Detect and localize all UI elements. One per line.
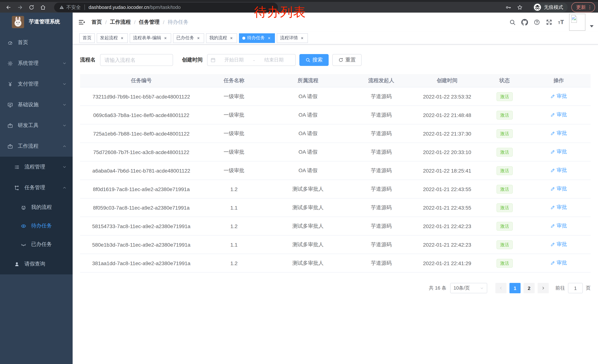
app-logo[interactable]: 芋道管理系统 <box>0 13 73 31</box>
tab-initiate-process[interactable]: 发起流程× <box>97 33 128 43</box>
approve-button[interactable]: 审批 <box>550 130 567 137</box>
tab-my-process[interactable]: 我的流程× <box>206 33 237 43</box>
breadcrumb-item[interactable]: 任务管理 <box>139 19 160 25</box>
status-badge: 激活 <box>497 166 513 175</box>
app-title: 芋道管理系统 <box>29 18 60 25</box>
chevron-down-icon[interactable] <box>590 25 594 27</box>
key-icon[interactable] <box>505 4 512 11</box>
task-name-cell: 一级审批 <box>202 124 265 143</box>
tab-done-tasks[interactable]: 已办任务× <box>173 33 204 43</box>
starter-cell: 芋道源码 <box>351 106 412 124</box>
approve-label: 审批 <box>557 167 567 174</box>
help-icon[interactable] <box>533 19 540 25</box>
sidebar-item-done-tasks[interactable]: 已办任务 <box>0 235 73 254</box>
github-icon[interactable] <box>521 19 528 25</box>
sidebar-item-workflow[interactable]: 工作流程 <box>0 136 73 157</box>
sidebar-item-system-management[interactable]: 系统管理 <box>0 53 73 74</box>
status-badge: 激活 <box>497 129 513 138</box>
status-cell: 激活 <box>482 180 527 198</box>
sidebar-item-todo-tasks[interactable]: 待办任务 <box>0 217 73 235</box>
approve-button[interactable]: 审批 <box>550 167 567 174</box>
search-icon[interactable] <box>509 19 516 25</box>
sidebar-item-home[interactable]: 首页 <box>0 32 73 53</box>
table-column-header: 操作 <box>527 74 590 87</box>
process-name-input[interactable] <box>100 54 173 66</box>
sidebar-item-label: 首页 <box>18 39 28 46</box>
fullscreen-icon[interactable] <box>546 19 552 25</box>
search-button[interactable]: 搜索 <box>299 54 329 66</box>
approve-button[interactable]: 审批 <box>550 223 567 229</box>
sidebar-item-infrastructure[interactable]: 基础设施 <box>0 94 73 115</box>
task-id-cell: 75d72608-7b7f-11ec-a3c8-acde48001122 <box>80 143 202 161</box>
calendar-icon <box>210 57 216 63</box>
bookmark-star-icon[interactable] <box>516 4 523 11</box>
sidebar-item-label: 研发工具 <box>18 122 39 129</box>
breadcrumb-item: 待办任务 <box>168 19 188 25</box>
font-size-icon[interactable]: TT <box>558 19 564 25</box>
browser-home-icon[interactable] <box>40 4 46 11</box>
approve-button[interactable]: 审批 <box>550 260 567 267</box>
sidebar-item-label: 系统管理 <box>18 60 39 67</box>
prev-page-button[interactable] <box>495 283 507 293</box>
sidebar-item-my-process[interactable]: 我的流程 <box>0 198 73 217</box>
sidebar-item-dev-tools[interactable]: 研发工具 <box>0 115 73 136</box>
status-badge: 激活 <box>497 185 513 194</box>
security-warning-icon[interactable] <box>59 5 64 10</box>
status-cell: 激活 <box>482 217 527 235</box>
tab-process-detail[interactable]: 流程详情× <box>277 33 308 43</box>
broken-image-icon <box>570 15 578 23</box>
approve-button[interactable]: 审批 <box>550 186 567 192</box>
tab-home[interactable]: 首页 <box>79 33 95 43</box>
approve-button[interactable]: 审批 <box>550 112 567 118</box>
approve-button[interactable]: 审批 <box>550 204 567 211</box>
hamburger-icon[interactable] <box>78 18 86 26</box>
page-unit-label: 页 <box>586 285 590 291</box>
close-icon[interactable]: × <box>163 36 168 40</box>
search-button-label: 搜索 <box>312 57 323 63</box>
browser-update-button[interactable]: 更新 <box>571 2 595 12</box>
browser-forward-icon[interactable] <box>17 4 23 11</box>
tab-todo-tasks[interactable]: 待办任务× <box>239 33 275 43</box>
avatar[interactable] <box>569 14 585 31</box>
browser-address-bar[interactable]: 不安全 dashboard.yudao.iocoder.cn/bpm/task/… <box>54 2 278 12</box>
create-time-range-input[interactable]: 开始日期 - 结束日期 <box>207 54 296 66</box>
sidebar-item-task-management[interactable]: 任务管理 <box>0 177 73 198</box>
breadcrumb-item[interactable]: 首页 <box>91 19 102 25</box>
active-tab-dot <box>242 36 245 40</box>
action-cell: 审批 <box>527 143 590 161</box>
next-page-button[interactable] <box>538 283 549 293</box>
browser-reload-icon[interactable] <box>28 4 35 11</box>
close-icon[interactable]: × <box>300 36 305 40</box>
table-column-header: 所属流程 <box>265 74 350 87</box>
page-button-1[interactable]: 1 <box>509 283 521 293</box>
approve-button[interactable]: 审批 <box>550 241 567 248</box>
approve-button[interactable]: 审批 <box>550 149 567 155</box>
starter-cell: 芋道源码 <box>351 217 412 235</box>
goto-page-input[interactable] <box>568 283 583 293</box>
task-id-cell: 8f059c03-7ac8-11ec-a9e2-a2380e71991a <box>80 198 202 217</box>
sidebar-item-leave-query[interactable]: 请假查询 <box>0 254 73 274</box>
close-icon[interactable]: × <box>229 36 234 40</box>
table-row: 580e1b3d-7ac8-11ec-a9e2-a2380e71991a1.1测… <box>80 235 590 254</box>
edit-pencil-icon <box>550 113 555 117</box>
approve-button[interactable]: 审批 <box>550 93 567 100</box>
chevron-down-icon <box>62 61 67 65</box>
browser-back-icon[interactable] <box>5 4 12 11</box>
close-icon[interactable]: × <box>267 36 272 40</box>
edit-pencil-icon <box>550 168 555 173</box>
breadcrumb-item[interactable]: 工作流程 <box>110 19 131 25</box>
sidebar-item-payment-management[interactable]: 支付管理 <box>0 74 73 94</box>
tab-process-form-edit[interactable]: 流程表单-编辑× <box>130 33 171 43</box>
process-cell: OA 请假 <box>265 143 350 161</box>
close-icon[interactable]: × <box>120 36 125 40</box>
approve-label: 审批 <box>557 223 567 229</box>
reset-button[interactable]: 重置 <box>332 54 362 66</box>
close-icon[interactable]: × <box>196 36 201 40</box>
eye-icon <box>21 223 26 229</box>
page-button-2[interactable]: 2 <box>523 283 535 293</box>
page-size-select[interactable]: 10条/页 <box>450 283 487 293</box>
browser-menu-icon[interactable] <box>587 4 592 10</box>
task-name-cell: 一级审批 <box>202 87 265 106</box>
sidebar-item-process-management[interactable]: 流程管理 <box>0 157 73 177</box>
sidebar-menu: 首页系统管理支付管理基础设施研发工具工作流程流程管理任务管理我的流程待办任务已办… <box>0 31 73 274</box>
